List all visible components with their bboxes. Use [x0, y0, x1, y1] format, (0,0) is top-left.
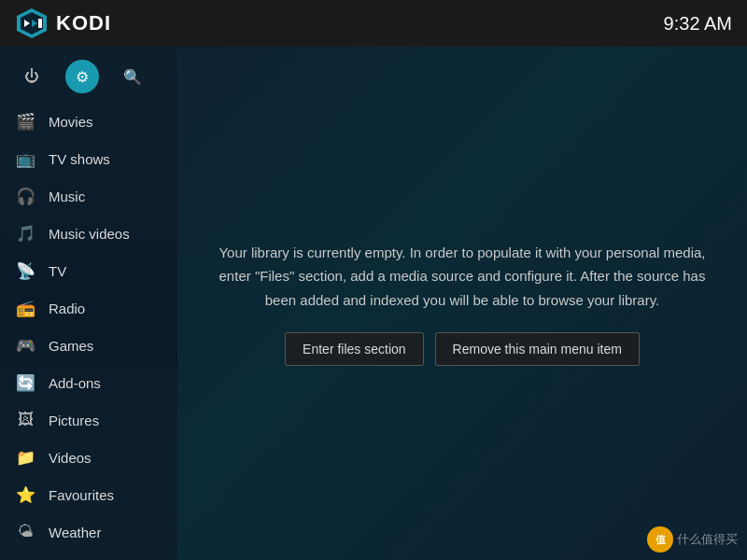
sidebar-label-pictures: Pictures [49, 413, 99, 428]
sidebar-item-favourites[interactable]: ⭐ Favourites [0, 476, 177, 513]
power-button[interactable]: ⏻ [15, 60, 49, 93]
sidebar-item-addons[interactable]: 🔄 Add-ons [0, 364, 177, 401]
music-icon: 🎧 [15, 186, 35, 206]
clock: 9:32 AM [664, 13, 732, 35]
sidebar-item-weather[interactable]: 🌤 Weather [0, 513, 177, 551]
pictures-icon: 🖼 [15, 410, 35, 430]
sidebar-item-tvshows[interactable]: 📺 TV shows [0, 140, 177, 177]
watermark-text: 什么值得买 [677, 531, 738, 548]
action-buttons: Enter files section Remove this main men… [210, 332, 714, 366]
sidebar-item-videos[interactable]: 📁 Videos [0, 439, 177, 476]
watermark: 值 什么值得买 [647, 526, 738, 553]
radio-icon: 📻 [15, 298, 35, 318]
sidebar-label-tv: TV [49, 263, 66, 279]
tvshows-icon: 📺 [15, 148, 35, 169]
search-button[interactable]: 🔍 [116, 60, 149, 93]
app-title: KODI [56, 11, 111, 35]
sidebar-label-games: Games [49, 338, 93, 354]
nav-menu: 🎬 Movies 📺 TV shows 🎧 Music 🎵 Music vide… [0, 103, 177, 560]
movies-icon: 🎬 [15, 111, 35, 132]
sidebar-label-videos: Videos [49, 450, 92, 466]
sidebar-label-tvshows: TV shows [49, 151, 110, 167]
tv-icon: 📡 [15, 260, 35, 281]
sidebar-item-radio[interactable]: 📻 Radio [0, 289, 177, 327]
videos-icon: 📁 [15, 447, 35, 468]
sidebar: ⏻ ⚙ 🔍 🎬 Movies 📺 TV shows 🎧 Music 🎵 Musi… [0, 47, 177, 560]
kodi-logo-icon [15, 7, 49, 40]
main-content: Your library is currently empty. In orde… [177, 47, 747, 560]
sidebar-label-weather: Weather [49, 525, 101, 540]
favourites-icon: ⭐ [15, 484, 35, 505]
sidebar-label-movies: Movies [49, 114, 93, 130]
addons-icon: 🔄 [15, 372, 35, 393]
sidebar-item-pictures[interactable]: 🖼 Pictures [0, 401, 177, 439]
sidebar-item-games[interactable]: 🎮 Games [0, 327, 177, 364]
svg-rect-4 [38, 19, 42, 28]
musicvideos-icon: 🎵 [15, 223, 35, 244]
logo-area: KODI [15, 7, 111, 40]
empty-library-message: Your library is currently empty. In orde… [210, 241, 714, 313]
sidebar-label-addons: Add-ons [49, 375, 101, 391]
sidebar-item-tv[interactable]: 📡 TV [0, 252, 177, 289]
sidebar-label-favourites: Favourites [49, 487, 114, 503]
header: KODI 9:32 AM [0, 0, 747, 47]
remove-menu-item-button[interactable]: Remove this main menu item [435, 332, 640, 366]
watermark-badge: 值 [647, 526, 673, 553]
controls-row: ⏻ ⚙ 🔍 [0, 54, 177, 103]
sidebar-item-movies[interactable]: 🎬 Movies [0, 103, 177, 140]
settings-button[interactable]: ⚙ [65, 60, 99, 93]
weather-icon: 🌤 [15, 522, 35, 542]
sidebar-item-musicvideos[interactable]: 🎵 Music videos [0, 215, 177, 252]
enter-files-button[interactable]: Enter files section [285, 332, 424, 366]
games-icon: 🎮 [15, 335, 35, 356]
empty-library-panel: Your library is currently empty. In orde… [191, 241, 733, 367]
sidebar-label-radio: Radio [49, 301, 85, 316]
sidebar-label-music: Music [49, 189, 85, 204]
sidebar-label-musicvideos: Music videos [49, 226, 130, 242]
sidebar-item-music[interactable]: 🎧 Music [0, 177, 177, 215]
